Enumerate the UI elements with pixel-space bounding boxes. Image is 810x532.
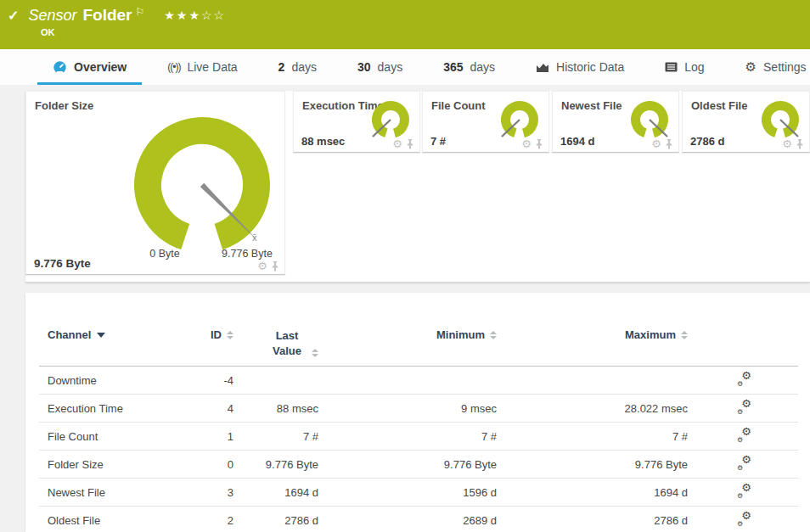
tab-label: days (378, 60, 403, 74)
column-header-label: Last Value (267, 328, 307, 359)
table-header-row: Channel ID Last Value Minimum Maximum (39, 293, 798, 367)
column-header-label: ID (211, 328, 222, 341)
gauge-current-value: 9.776 Byte (34, 257, 91, 270)
object-kind-label: Sensor (28, 7, 76, 25)
tab-settings[interactable]: ⚙ Settings (725, 49, 810, 85)
tab-overview[interactable]: Overview (32, 49, 147, 85)
maximum-value: 7 # (497, 430, 688, 443)
gauge-current-value: 7 # (430, 135, 446, 148)
last-value: 9.776 Byte (233, 458, 318, 471)
overview-gauges-panel: Folder Size x̄ 0 Byte 9.776 Byte 9.776 B… (25, 91, 810, 283)
gear-icon: ⚙ (745, 61, 757, 73)
channel-id: 1 (185, 430, 233, 443)
sort-icon (227, 331, 233, 339)
maximum-value: 9.776 Byte (497, 458, 688, 471)
sensor-status-badge: OK (41, 27, 810, 37)
edit-channel-icon[interactable]: ⚙⚙ (737, 372, 751, 386)
status-check-icon: ✓ (8, 8, 19, 25)
maximum-value: 1694 d (497, 486, 688, 499)
channels-table-panel: Channel ID Last Value Minimum Maximum (25, 293, 810, 532)
prtg-sensor-page: ✓ Sensor Folder ⚐ ★★★☆☆ OK Overview ((•)… (0, 0, 810, 532)
column-header-maximum[interactable]: Maximum (497, 328, 688, 341)
tab-number: 30 (357, 60, 371, 74)
pin-icon[interactable] (665, 139, 673, 149)
gauge-tile-newest-file: Newest File 1694 d ⚙ (552, 91, 679, 153)
tab-label: Overview (74, 60, 127, 74)
tab-label: Live Data (187, 60, 237, 74)
gauge-current-value: 88 msec (301, 135, 345, 148)
pin-icon[interactable] (271, 261, 279, 272)
channel-id: 2 (185, 514, 233, 527)
area-chart-icon (536, 62, 549, 73)
tab-log[interactable]: Log (644, 49, 724, 85)
column-header-label: Channel (48, 328, 91, 341)
gauge-icon (53, 60, 67, 75)
channel-name: Oldest File (39, 514, 185, 527)
tab-bar: Overview ((•)) Live Data 2 days 30 days … (0, 49, 810, 85)
gauge-scale-min: 0 Byte (139, 248, 190, 260)
maximum-value: 2786 d (497, 514, 688, 527)
channel-id: 4 (185, 402, 233, 415)
tab-label: Historic Data (556, 60, 624, 74)
gauge-tile-folder-size: Folder Size x̄ 0 Byte 9.776 Byte 9.776 B… (25, 91, 285, 275)
minimum-value: 2689 d (318, 514, 497, 527)
maximum-value: 28.022 msec (497, 402, 688, 415)
tab-number: 2 (278, 60, 285, 74)
stars-empty-icon[interactable]: ☆☆ (201, 8, 226, 22)
sort-desc-icon (97, 333, 105, 338)
gauge-tile-execution-time: Execution Time 88 msec ⚙ (293, 91, 420, 153)
gauge-settings-gear-icon[interactable]: ⚙ (257, 261, 267, 272)
last-value: 88 msec (233, 402, 318, 415)
stars-filled-icon[interactable]: ★★★ (164, 8, 201, 22)
last-value: 1694 d (233, 486, 318, 499)
edit-channel-icon[interactable]: ⚙⚙ (737, 456, 751, 470)
tab-historic-data[interactable]: Historic Data (515, 49, 644, 85)
column-header-minimum[interactable]: Minimum (318, 328, 497, 341)
gauge-current-value: 2786 d (690, 135, 724, 148)
tab-label: Log (684, 60, 704, 74)
column-header-id[interactable]: ID (185, 328, 233, 341)
gauge-tile-file-count: File Count 7 # ⚙ (422, 91, 549, 153)
edit-channel-icon[interactable]: ⚙⚙ (737, 512, 751, 526)
gauge-title: Folder Size (35, 99, 93, 112)
pin-icon[interactable] (406, 139, 414, 149)
edit-channel-icon[interactable]: ⚙⚙ (737, 400, 751, 414)
tab-live-data[interactable]: ((•)) Live Data (147, 49, 257, 85)
channel-id: 0 (185, 458, 233, 471)
tab-30-days[interactable]: 30 days (337, 49, 423, 85)
tab-365-days[interactable]: 365 days (423, 49, 515, 85)
gauge-settings-gear-icon[interactable]: ⚙ (782, 139, 792, 149)
channel-id: -4 (185, 374, 233, 387)
tab-2-days[interactable]: 2 days (258, 49, 337, 85)
gauge-settings-gear-icon[interactable]: ⚙ (392, 139, 402, 149)
table-row-newest-file: Newest File 3 1694 d 1596 d 1694 d ⚙⚙ (39, 479, 798, 507)
sensor-title: Folder (82, 6, 132, 25)
priority-rating[interactable]: ★★★☆☆ (164, 8, 226, 22)
minimum-value: 1596 d (318, 486, 497, 499)
column-header-last-value[interactable]: Last Value (233, 328, 318, 359)
table-row-folder-size: Folder Size 0 9.776 Byte 9.776 Byte 9.77… (39, 451, 798, 479)
gauge-settings-gear-icon[interactable]: ⚙ (651, 139, 661, 149)
sort-icon (312, 349, 318, 357)
last-value: 2786 d (233, 514, 318, 527)
column-header-channel[interactable]: Channel (39, 328, 185, 341)
column-header-label: Maximum (625, 328, 676, 341)
gauge-settings-gear-icon[interactable]: ⚙ (521, 139, 532, 149)
broadcast-icon: ((•)) (167, 61, 180, 73)
column-header-label: Minimum (436, 328, 485, 341)
pin-icon[interactable] (535, 139, 543, 149)
minimum-value: 9 msec (318, 402, 497, 415)
tab-label: days (291, 60, 317, 74)
channel-name: Folder Size (39, 458, 185, 471)
log-list-icon (665, 62, 678, 72)
channel-name: Newest File (39, 486, 185, 499)
pin-icon[interactable] (796, 139, 804, 149)
edit-channel-icon[interactable]: ⚙⚙ (737, 484, 751, 498)
gauge-title: Oldest File (691, 99, 747, 112)
flag-icon: ⚐ (136, 6, 145, 18)
gauge-tile-oldest-file: Oldest File 2786 d ⚙ (682, 91, 810, 153)
channel-name: Downtime (39, 374, 185, 387)
gauge-title: File Count (431, 99, 486, 112)
sort-icon (681, 331, 688, 339)
edit-channel-icon[interactable]: ⚙⚙ (737, 428, 751, 442)
